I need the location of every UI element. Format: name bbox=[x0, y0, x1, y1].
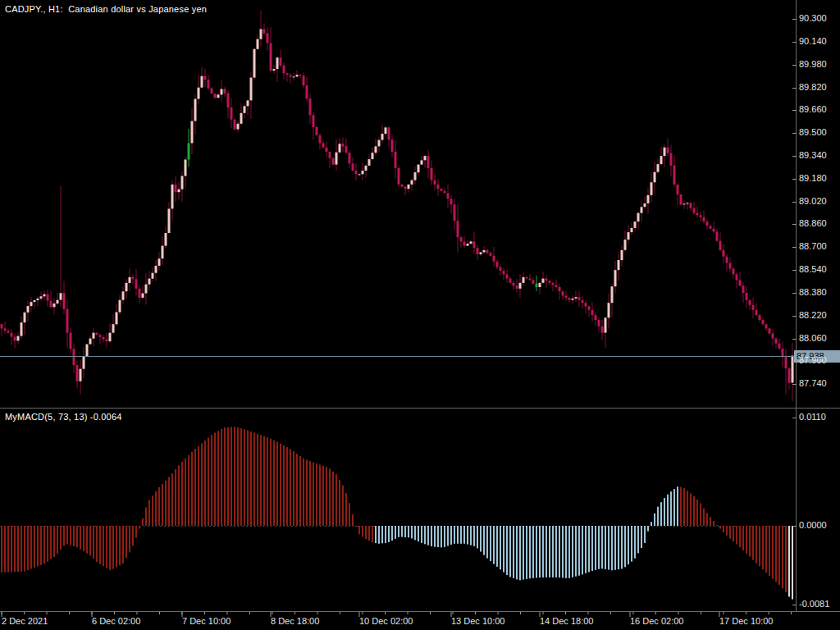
macd-bar bbox=[181, 462, 183, 526]
indicator-label: MyMACD(5, 73, 13) -0.0064 bbox=[5, 412, 122, 422]
price-axis-label: 88.220 bbox=[799, 310, 827, 320]
macd-bar bbox=[178, 465, 180, 526]
price-axis-label: 89.820 bbox=[799, 82, 827, 92]
macd-bar bbox=[227, 427, 229, 526]
macd-bar bbox=[217, 431, 219, 526]
macd-bar bbox=[142, 518, 144, 526]
macd-bar bbox=[496, 526, 498, 567]
candle-body bbox=[388, 127, 390, 139]
candle-body bbox=[119, 300, 121, 313]
candle-body bbox=[585, 303, 587, 306]
candle-body bbox=[309, 98, 312, 115]
candle-body bbox=[657, 164, 660, 172]
macd-bar bbox=[723, 526, 724, 532]
macd-bar bbox=[263, 436, 265, 526]
macd-bar bbox=[716, 525, 718, 526]
macd-bar bbox=[470, 526, 472, 546]
candle-body bbox=[290, 75, 292, 76]
candle-body bbox=[398, 168, 400, 185]
macd-bar bbox=[165, 481, 167, 526]
time-axis-label: 16 Dec 02:00 bbox=[630, 616, 683, 626]
macd-bar bbox=[434, 526, 436, 547]
macd-bar bbox=[194, 449, 196, 526]
candle-body bbox=[237, 124, 240, 130]
macd-bar bbox=[365, 526, 367, 539]
candle-body bbox=[260, 30, 262, 39]
macd-bar bbox=[785, 526, 787, 592]
macd-bar bbox=[605, 526, 606, 569]
candle-body bbox=[299, 75, 302, 75]
macd-bar bbox=[546, 526, 547, 578]
macd-bar bbox=[414, 526, 416, 540]
candle-body bbox=[614, 270, 617, 286]
candle-body bbox=[50, 301, 52, 308]
macd-bar bbox=[319, 464, 321, 526]
macd-bar bbox=[188, 455, 189, 526]
candle-body bbox=[467, 244, 469, 246]
macd-bar bbox=[17, 526, 19, 572]
macd-bar bbox=[126, 526, 127, 558]
indicator-axis-label: -0.0081 bbox=[799, 599, 829, 609]
candle-body bbox=[710, 226, 712, 229]
candle-body bbox=[155, 266, 158, 273]
candle-body bbox=[703, 217, 705, 221]
candle-body bbox=[250, 78, 253, 101]
macd-bar bbox=[368, 526, 370, 541]
macd-bar bbox=[742, 526, 744, 550]
candle-body bbox=[654, 172, 656, 183]
candle-body bbox=[306, 85, 308, 98]
macd-bar bbox=[57, 526, 58, 554]
candle-body bbox=[139, 289, 141, 298]
price-axis-label: 89.180 bbox=[799, 173, 827, 183]
chart-canvas[interactable] bbox=[0, 0, 840, 630]
indicator-axis-label: 0.0000 bbox=[799, 520, 827, 530]
candle-body bbox=[532, 280, 535, 283]
candle-body bbox=[99, 335, 102, 337]
candle-body bbox=[329, 152, 331, 158]
macd-bar bbox=[293, 451, 294, 526]
macd-bar bbox=[175, 469, 176, 526]
candle-body bbox=[546, 279, 548, 281]
candle-body bbox=[217, 94, 220, 98]
candle-body bbox=[729, 263, 732, 269]
candle-body bbox=[345, 146, 348, 153]
macd-bar bbox=[14, 526, 16, 572]
candle-body bbox=[785, 357, 788, 368]
macd-bar bbox=[63, 526, 65, 546]
candle-body bbox=[503, 271, 505, 274]
candle-body bbox=[267, 33, 269, 43]
candle-body bbox=[595, 315, 597, 320]
candle-body bbox=[618, 260, 620, 270]
candle-body bbox=[286, 73, 289, 75]
macd-bar bbox=[529, 526, 531, 578]
macd-bar bbox=[273, 441, 275, 526]
macd-bar bbox=[309, 461, 311, 526]
candle-body bbox=[687, 203, 689, 204]
candle-body bbox=[519, 283, 522, 289]
macd-bar bbox=[132, 526, 134, 546]
candle-body bbox=[204, 76, 207, 80]
macd-bar bbox=[24, 526, 25, 572]
macd-bar bbox=[4, 526, 6, 573]
candle-body bbox=[667, 148, 669, 153]
macd-bar bbox=[401, 526, 403, 537]
macd-bar bbox=[349, 503, 350, 526]
macd-bar bbox=[47, 526, 48, 562]
candle-body bbox=[486, 250, 489, 253]
macd-bar bbox=[1, 526, 2, 573]
price-axis-label: 89.660 bbox=[799, 104, 827, 114]
candle-body bbox=[483, 250, 486, 253]
candle-body bbox=[21, 322, 23, 336]
candle-body bbox=[742, 285, 745, 293]
macd-bar bbox=[191, 452, 193, 526]
macd-bar bbox=[96, 526, 98, 562]
macd-bar bbox=[247, 431, 249, 527]
candle-body bbox=[526, 277, 528, 279]
price-axis-label: 88.860 bbox=[799, 218, 827, 228]
candle-body bbox=[421, 160, 423, 164]
macd-bar bbox=[152, 495, 153, 526]
candle-body bbox=[43, 294, 46, 297]
time-axis-label: 7 Dec 10:00 bbox=[182, 616, 231, 626]
macd-bar bbox=[719, 526, 721, 529]
macd-bar bbox=[306, 459, 308, 526]
